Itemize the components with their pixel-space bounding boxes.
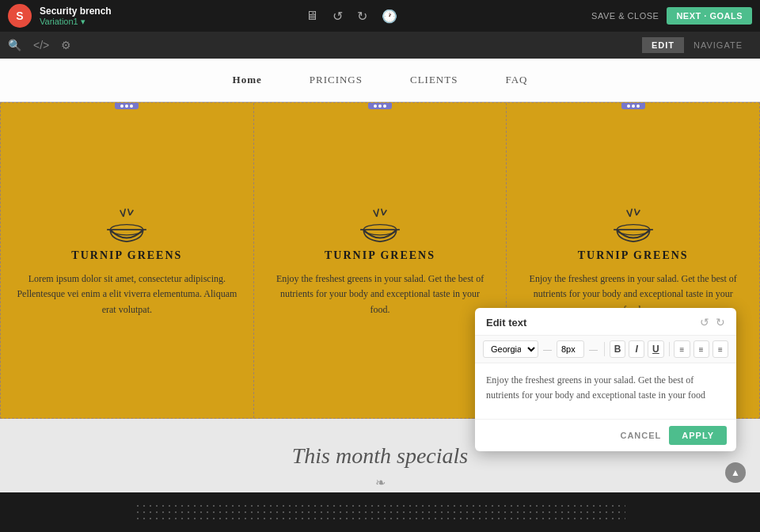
preview-area: Home PRICINGS CLIENTS FAQ TURNIP GR — [0, 59, 760, 532]
svg-line-6 — [377, 209, 378, 217]
undo-icon[interactable]: ↺ — [332, 9, 343, 24]
bowl-icon-1 — [100, 203, 154, 249]
modal-text-content[interactable]: Enjoy the freshest greens in your salad.… — [486, 373, 725, 403]
secondary-left-icons: 🔍 </> ⚙ — [8, 39, 71, 51]
navigate-button[interactable]: NAVIGATE — [684, 37, 752, 53]
modal-title: Edit text — [486, 317, 526, 329]
top-bar: S Security brench Variation1 ▾ 🖥 ↺ ↻ 🕐 S… — [0, 0, 760, 32]
bowl-icon-3 — [606, 203, 660, 249]
variation-selector[interactable]: Variation1 ▾ — [40, 17, 112, 27]
align-right-button[interactable]: ≡ — [712, 340, 728, 358]
svg-line-13 — [636, 211, 640, 216]
scroll-up-button[interactable]: ▲ — [725, 462, 746, 483]
brand-name: Security brench — [40, 6, 112, 17]
align-left-button[interactable]: ≡ — [674, 340, 690, 358]
secondary-bar: 🔍 </> ⚙ EDIT NAVIGATE — [0, 32, 760, 59]
brand-info: Security brench Variation1 ▾ — [40, 6, 112, 27]
col-handle-1[interactable] — [115, 103, 139, 109]
column-1: TURNIP GREENS Lorem ipsum dolor sit amet… — [1, 103, 254, 418]
nav-home[interactable]: Home — [233, 74, 262, 86]
svg-line-8 — [383, 211, 386, 216]
modal-undo-redo: ↺ ↻ — [700, 316, 725, 329]
nav-clients[interactable]: CLIENTS — [410, 74, 458, 86]
secondary-right-buttons: EDIT NAVIGATE — [642, 37, 752, 53]
apply-button[interactable]: APPLY — [669, 426, 727, 445]
site-navigation: Home PRICINGS CLIENTS FAQ — [0, 59, 760, 102]
col-handle-2[interactable] — [368, 103, 392, 109]
bowl-icon-2 — [353, 203, 407, 249]
center-tools: 🖥 ↺ ↻ 🕐 — [112, 9, 591, 24]
modal-toolbar: Georgia Arial Times — — B I U ≡ ≡ ≡ — [475, 336, 736, 363]
modal-header: Edit text ↺ ↻ — [475, 308, 736, 336]
col-2-title: TURNIP GREENS — [325, 249, 435, 262]
italic-button[interactable]: I — [629, 340, 644, 358]
cancel-button[interactable]: CANCEL — [620, 431, 661, 440]
app-logo: S — [8, 4, 32, 28]
svg-line-12 — [634, 209, 636, 215]
col-1-title: TURNIP GREENS — [71, 249, 182, 262]
column-2: TURNIP GREENS Enjoy the freshest greens … — [254, 103, 507, 418]
settings-icon[interactable]: ⚙ — [61, 39, 71, 51]
specials-divider: ❧ — [375, 475, 386, 490]
redo-icon[interactable]: ↻ — [357, 9, 367, 24]
font-size-input[interactable] — [557, 340, 584, 358]
svg-line-7 — [382, 209, 383, 215]
bold-button[interactable]: B — [610, 340, 625, 358]
edit-button[interactable]: EDIT — [642, 37, 684, 53]
edit-text-modal: Edit text ↺ ↻ Georgia Arial Times — — B … — [475, 308, 736, 451]
nav-faq[interactable]: FAQ — [505, 74, 527, 86]
col-2-text[interactable]: Enjoy the freshest greens in your salad.… — [270, 272, 491, 317]
svg-line-1 — [124, 209, 125, 217]
bottom-banner — [0, 492, 760, 532]
search-icon[interactable]: 🔍 — [8, 39, 21, 51]
desktop-icon[interactable]: 🖥 — [306, 9, 318, 23]
col-1-text[interactable]: Lorem ipsum dolor sit amet, consectetur … — [17, 272, 238, 317]
svg-line-3 — [130, 211, 133, 216]
font-family-select[interactable]: Georgia Arial Times — [483, 340, 538, 358]
modal-content-area[interactable]: Enjoy the freshest greens in your salad.… — [475, 363, 736, 419]
align-center-button[interactable]: ≡ — [694, 340, 709, 358]
toolbar-divider-1 — [604, 342, 605, 356]
modal-undo-icon[interactable]: ↺ — [700, 316, 709, 329]
underline-button[interactable]: U — [648, 340, 663, 358]
next-goals-button[interactable]: NEXT · GOALS — [667, 7, 752, 25]
svg-line-10 — [626, 211, 629, 217]
svg-line-0 — [120, 211, 124, 217]
svg-line-5 — [374, 211, 377, 217]
modal-redo-icon[interactable]: ↻ — [716, 316, 725, 329]
right-tools: SAVE & CLOSE NEXT · GOALS — [591, 7, 752, 25]
col-handle-3[interactable] — [621, 103, 645, 109]
col-3-title: TURNIP GREENS — [578, 249, 689, 262]
dots-pattern — [135, 503, 625, 522]
toolbar-divider-2 — [669, 342, 670, 356]
history-icon[interactable]: 🕐 — [382, 9, 397, 24]
svg-line-11 — [630, 209, 632, 217]
modal-footer: CANCEL APPLY — [475, 419, 736, 451]
nav-pricings[interactable]: PRICINGS — [310, 74, 363, 86]
svg-line-2 — [128, 209, 130, 215]
code-icon[interactable]: </> — [33, 39, 49, 51]
specials-title: This month specials — [292, 443, 468, 469]
save-exit-button[interactable]: SAVE & CLOSE — [591, 11, 659, 21]
